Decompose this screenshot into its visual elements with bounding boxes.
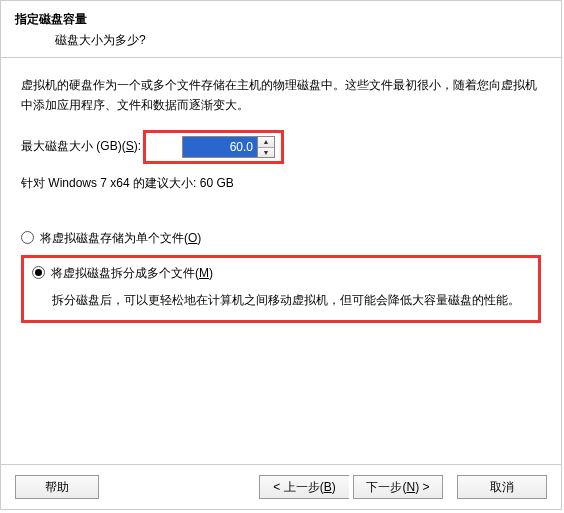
option-split-post: ) <box>209 266 213 280</box>
next-button[interactable]: 下一步(N) > <box>353 475 443 499</box>
option-split-description: 拆分磁盘后，可以更轻松地在计算机之间移动虚拟机，但可能会降低大容量磁盘的性能。 <box>52 290 530 310</box>
disk-size-label-post: ): <box>134 139 141 153</box>
back-button[interactable]: < 上一步(B) <box>259 475 349 499</box>
help-button[interactable]: 帮助 <box>15 475 99 499</box>
option-split-pre: 将虚拟磁盘拆分成多个文件( <box>51 266 199 280</box>
disk-size-row: 最大磁盘大小 (GB)(S): ▲ ▼ <box>21 130 541 164</box>
nav-button-pair: < 上一步(B) 下一步(N) > <box>259 475 443 499</box>
option-split-files[interactable]: 将虚拟磁盘拆分成多个文件(M) <box>32 264 530 284</box>
option-single-file[interactable]: 将虚拟磁盘存储为单个文件(O) <box>21 229 541 249</box>
radio-checked-icon <box>32 266 45 279</box>
next-post: ) > <box>415 480 429 494</box>
dialog-content: 虚拟机的硬盘作为一个或多个文件存储在主机的物理磁盘中。这些文件最初很小，随着您向… <box>1 58 561 464</box>
radio-unchecked-icon <box>21 231 34 244</box>
description-text: 虚拟机的硬盘作为一个或多个文件存储在主机的物理磁盘中。这些文件最初很小，随着您向… <box>21 76 541 116</box>
option-single-post: ) <box>197 231 201 245</box>
disk-size-label-pre: 最大磁盘大小 (GB)( <box>21 139 126 153</box>
wizard-dialog: 指定磁盘容量 磁盘大小为多少? 虚拟机的硬盘作为一个或多个文件存储在主机的物理磁… <box>0 0 562 510</box>
radio-dot-icon <box>35 269 42 276</box>
disk-size-label: 最大磁盘大小 (GB)(S): <box>21 137 141 157</box>
header-title: 指定磁盘容量 <box>15 11 547 28</box>
cancel-button[interactable]: 取消 <box>457 475 547 499</box>
back-hot: B <box>324 480 332 494</box>
spinner-up-icon[interactable]: ▲ <box>258 137 274 147</box>
next-hot: N <box>406 480 415 494</box>
option-single-hot: O <box>188 231 197 245</box>
back-post: ) <box>332 480 336 494</box>
disk-size-spinner: ▲ ▼ <box>182 136 275 158</box>
header-subtitle: 磁盘大小为多少? <box>55 32 547 49</box>
disk-size-hotkey: S <box>126 139 134 153</box>
dialog-footer: 帮助 < 上一步(B) 下一步(N) > 取消 <box>1 464 561 509</box>
recommended-size-text: 针对 Windows 7 x64 的建议大小: 60 GB <box>21 174 541 194</box>
next-pre: 下一步( <box>366 480 406 494</box>
option-single-label: 将虚拟磁盘存储为单个文件(O) <box>40 229 201 249</box>
dialog-header: 指定磁盘容量 磁盘大小为多少? <box>1 1 561 58</box>
option-split-label: 将虚拟磁盘拆分成多个文件(M) <box>51 264 213 284</box>
disk-size-highlight: ▲ ▼ <box>143 130 284 164</box>
option-split-hot: M <box>199 266 209 280</box>
back-pre: < 上一步( <box>273 480 323 494</box>
disk-size-input[interactable] <box>183 137 257 157</box>
spinner-down-icon[interactable]: ▼ <box>258 147 274 157</box>
option-single-pre: 将虚拟磁盘存储为单个文件( <box>40 231 188 245</box>
spinner-buttons: ▲ ▼ <box>257 137 274 157</box>
option-split-highlight: 将虚拟磁盘拆分成多个文件(M) 拆分磁盘后，可以更轻松地在计算机之间移动虚拟机，… <box>21 255 541 323</box>
